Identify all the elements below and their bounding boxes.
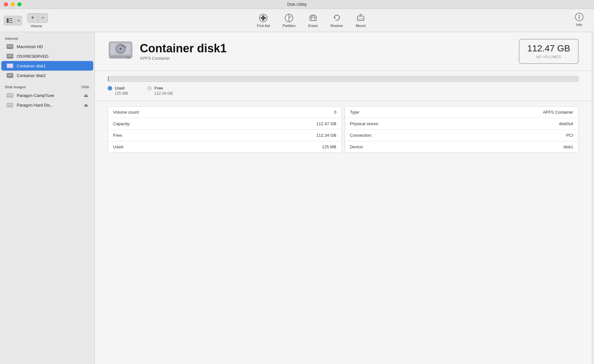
- scrollbar[interactable]: [591, 32, 594, 364]
- sidebar-item-paragon-camptune[interactable]: Paragon CampTune ⏏: [1, 91, 93, 100]
- disk-size-badge: 112.47 GB NO VOLUMES: [519, 39, 579, 64]
- detail-value: PCI: [566, 133, 573, 138]
- sidebar-toggle-icon: [4, 17, 15, 24]
- disk-icon: [6, 53, 14, 60]
- disk-header-info: Container disk1 APFS Container: [140, 42, 512, 61]
- sidebar-item-name: Container disk2: [17, 73, 46, 78]
- svg-point-26: [10, 67, 11, 68]
- partition-legend: Used 125 MB Free 112.34 GB: [108, 86, 579, 96]
- disk-images-section-label: Disk Images: [5, 85, 81, 89]
- first-aid-icon: [259, 13, 268, 22]
- mount-icon: [356, 13, 365, 22]
- erase-icon: [309, 13, 318, 22]
- disk-icon: [6, 62, 14, 69]
- detail-label: Type:: [350, 110, 543, 115]
- disk-header-subtitle: APFS Container: [140, 56, 512, 61]
- disk-header-icon: [108, 39, 133, 64]
- erase-button[interactable]: Erase: [302, 12, 324, 30]
- partition-button[interactable]: Partition: [276, 12, 302, 30]
- detail-row-volume-count: Volume count: 0: [108, 107, 342, 118]
- eject-icon[interactable]: ⏏: [84, 102, 88, 108]
- svg-rect-9: [310, 16, 316, 21]
- volume-label: Volume: [31, 24, 42, 28]
- details-section: Volume count: 0 Capacity: 112.47 GB Free…: [95, 101, 591, 158]
- detail-row-used: Used: 125 MB: [108, 141, 342, 152]
- detail-label: Capacity:: [113, 121, 316, 126]
- detail-row-connection: Connection: PCI: [345, 130, 579, 141]
- svg-rect-0: [7, 18, 9, 23]
- free-dot: [147, 86, 152, 91]
- toolbar: + − Volume First Aid: [0, 9, 594, 32]
- svg-rect-3: [9, 22, 13, 23]
- used-value: 125 MB: [115, 91, 128, 96]
- sidebar-item-name: Paragon Hard Dis...: [17, 103, 53, 108]
- svg-rect-6: [261, 17, 266, 19]
- legend-free: Free 112.34 GB: [147, 86, 173, 96]
- first-aid-button[interactable]: First Aid: [251, 12, 276, 30]
- svg-rect-31: [7, 94, 13, 96]
- disk-icon: [6, 43, 14, 50]
- sidebar-item-macintosh-hd[interactable]: Macintosh HD: [1, 42, 93, 51]
- detail-row-capacity: Capacity: 112.47 GB: [108, 118, 342, 130]
- detail-value: APFS Container: [543, 110, 573, 115]
- restore-button[interactable]: Restore: [324, 12, 349, 30]
- disk-icon: [6, 72, 14, 79]
- detail-label: Free:: [113, 133, 316, 138]
- sidebar-item-container-disk2[interactable]: Container disk2: [1, 71, 93, 80]
- disk-image-icon: [6, 92, 14, 99]
- sidebar-item-container-disk1[interactable]: Container disk1: [1, 61, 93, 71]
- detail-value: disk0s4: [559, 121, 573, 126]
- mount-button[interactable]: Mount: [349, 12, 372, 30]
- used-label: Used: [115, 86, 124, 91]
- svg-point-17: [579, 15, 580, 16]
- sidebar-item-name: Macintosh HD: [17, 44, 43, 49]
- detail-value: 112.47 GB: [316, 121, 336, 126]
- hide-button[interactable]: Hide: [81, 85, 89, 89]
- svg-point-29: [10, 77, 11, 78]
- title-bar: Disk Utility: [0, 0, 594, 9]
- toolbar-right: Info: [568, 11, 590, 30]
- details-table-right: Type: APFS Container Physical stores: di…: [345, 106, 579, 153]
- view-chevron-icon[interactable]: [15, 18, 22, 23]
- svg-rect-1: [9, 18, 13, 19]
- toolbar-center: First Aid Partition: [54, 12, 568, 30]
- disk-header-name: Container disk1: [140, 42, 512, 55]
- disk-size-value: 112.47 GB: [527, 43, 570, 54]
- detail-label: Used:: [113, 144, 322, 149]
- info-label: Info: [576, 23, 582, 27]
- svg-rect-22: [7, 55, 13, 57]
- restore-icon: [332, 13, 341, 22]
- close-button[interactable]: [4, 2, 8, 6]
- free-value: 112.34 GB: [154, 91, 173, 96]
- minimize-button[interactable]: [11, 2, 15, 6]
- detail-row-free: Free: 112.34 GB: [108, 130, 342, 141]
- detail-value: 112.34 GB: [316, 133, 336, 138]
- detail-label: Device:: [350, 144, 563, 149]
- detail-row-device: Device: disk1: [345, 141, 579, 152]
- maximize-button[interactable]: [17, 2, 22, 6]
- detail-value: 125 MB: [322, 144, 337, 149]
- detail-value: 0: [334, 110, 336, 115]
- disk-header: Container disk1 APFS Container 112.47 GB…: [95, 32, 591, 71]
- erase-label: Erase: [309, 24, 318, 28]
- content-area: Container disk1 APFS Container 112.47 GB…: [95, 32, 591, 364]
- view-button[interactable]: [4, 16, 22, 25]
- detail-label: Connection:: [350, 133, 566, 138]
- partition-bar: [108, 76, 579, 82]
- window-title: Disk Utility: [287, 2, 307, 7]
- detail-label: Physical stores:: [350, 121, 559, 126]
- eject-icon[interactable]: ⏏: [84, 93, 88, 98]
- info-icon: [575, 13, 584, 22]
- remove-volume-button[interactable]: −: [38, 13, 48, 23]
- add-volume-button[interactable]: +: [27, 13, 38, 23]
- sidebar-item-osxreserved[interactable]: OSXRESERVED: [1, 51, 93, 61]
- details-table-left: Volume count: 0 Capacity: 112.47 GB Free…: [108, 106, 342, 153]
- mount-label: Mount: [356, 24, 366, 28]
- info-button[interactable]: Info: [568, 11, 590, 29]
- sidebar-item-paragon-hard-disk[interactable]: Paragon Hard Dis... ⏏: [1, 100, 93, 110]
- sidebar-item-name: OSXRESERVED: [17, 54, 49, 59]
- detail-value: disk1: [563, 144, 573, 149]
- detail-row-physical-stores: Physical stores: disk0s4: [345, 118, 579, 130]
- used-dot: [108, 86, 112, 91]
- main-layout: Internal Macintosh HD OSXRESERV: [0, 32, 594, 364]
